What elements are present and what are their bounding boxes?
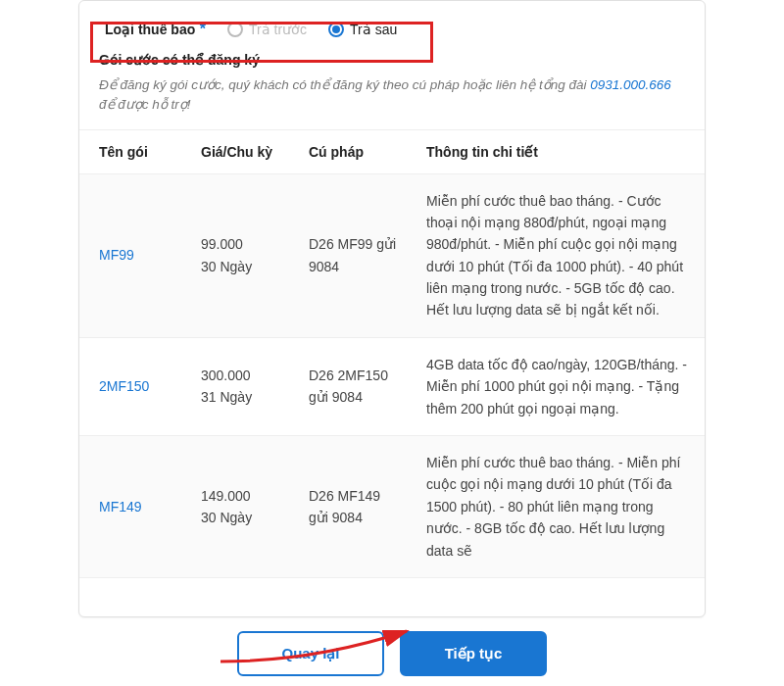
packages-note: Để đăng ký gói cước, quý khách có thể đă… xyxy=(79,75,705,129)
cell-syntax: D26 MF149 gửi 9084 xyxy=(295,436,413,578)
package-link[interactable]: MF99 xyxy=(99,247,134,263)
back-button[interactable]: Quay lại xyxy=(237,631,384,676)
subscriber-type-row: Loại thuê bao * Trả trước Trả sau xyxy=(85,11,699,52)
table-header-row: Tên gói Giá/Chu kỳ Cú pháp Thông tin chi… xyxy=(79,129,705,173)
packages-title: Gói cước có thể đăng ký xyxy=(79,52,705,75)
radio-circle-icon xyxy=(227,22,243,37)
col-detail: Thông tin chi tiết xyxy=(413,129,705,173)
radio-circle-icon xyxy=(328,22,344,37)
packages-table: Tên gói Giá/Chu kỳ Cú pháp Thông tin chi… xyxy=(79,129,705,578)
subscriber-type-label: Loại thuê bao * xyxy=(105,21,206,38)
cell-syntax: D26 MF99 gửi 9084 xyxy=(295,173,413,337)
col-price: Giá/Chu kỳ xyxy=(187,129,295,173)
continue-button[interactable]: Tiếp tục xyxy=(400,631,547,676)
radio-prepaid-label: Trả trước xyxy=(249,22,307,37)
radio-postpaid[interactable]: Trả sau xyxy=(328,22,397,37)
radio-dot-icon xyxy=(332,25,340,33)
cell-price: 149.00030 Ngày xyxy=(187,436,295,578)
radio-prepaid[interactable]: Trả trước xyxy=(227,22,307,37)
package-link[interactable]: MF149 xyxy=(99,499,142,514)
footer-buttons: Quay lại Tiếp tục xyxy=(0,621,784,676)
cell-syntax: D26 2MF150 gửi 9084 xyxy=(295,337,413,435)
cell-price: 300.00031 Ngày xyxy=(187,337,295,435)
table-row: MF99 99.00030 Ngày D26 MF99 gửi 9084 Miễ… xyxy=(79,173,705,337)
col-syntax: Cú pháp xyxy=(295,129,413,173)
cell-detail: Miễn phí cước thuê bao tháng. - Cước tho… xyxy=(413,173,705,337)
radio-postpaid-label: Trả sau xyxy=(350,22,397,37)
hotline-phone[interactable]: 0931.000.666 xyxy=(590,77,671,92)
form-card: Loại thuê bao * Trả trước Trả sau Gói cư… xyxy=(78,0,706,617)
cell-price: 99.00030 Ngày xyxy=(187,173,295,337)
table-row: 2MF150 300.00031 Ngày D26 2MF150 gửi 908… xyxy=(79,337,705,435)
package-link[interactable]: 2MF150 xyxy=(99,378,149,394)
cell-detail: Miễn phí cước thuê bao tháng. - Miễn phí… xyxy=(413,436,705,578)
table-row: MF149 149.00030 Ngày D26 MF149 gửi 9084 … xyxy=(79,436,705,578)
col-name: Tên gói xyxy=(79,129,187,173)
cell-detail: 4GB data tốc độ cao/ngày, 120GB/tháng. -… xyxy=(413,337,705,435)
